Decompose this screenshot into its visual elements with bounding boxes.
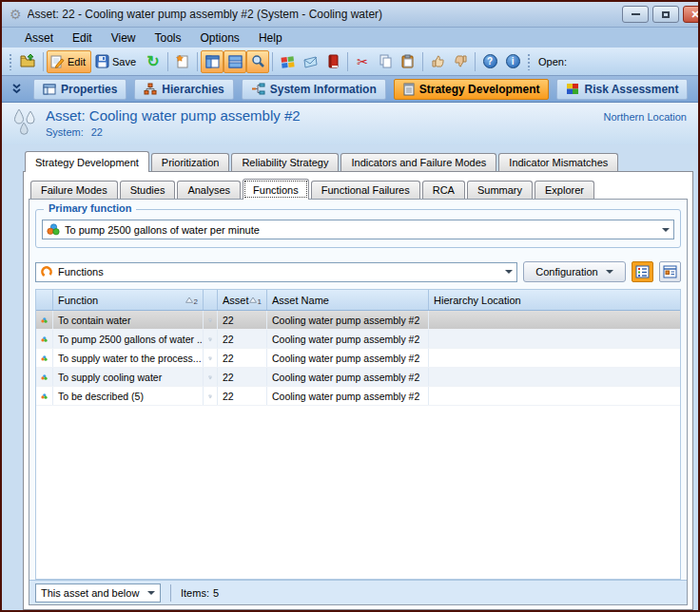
header-asset[interactable]: Asset 1 (218, 290, 267, 310)
asset-header: Asset: Cooling water pump assembly #2 Sy… (2, 103, 698, 144)
header-function[interactable]: Function 2 (53, 290, 204, 310)
new-item-button[interactable] (171, 50, 194, 73)
search-button[interactable] (246, 50, 269, 73)
card-view-button[interactable] (659, 261, 681, 282)
minimize-icon (632, 13, 640, 15)
table-row[interactable]: To supply cooling water 22 Cooling water… (36, 368, 680, 387)
tab-studies[interactable]: Studies (120, 181, 176, 199)
table-row[interactable]: To supply water to the process... 22 Coo… (36, 349, 680, 368)
nav-item-properties[interactable]: Properties (33, 79, 126, 100)
cell-asset-icon (204, 330, 218, 348)
view-selector-combo[interactable]: Functions (35, 262, 517, 282)
header-hierarchy-location-label: Hierarchy Location (434, 295, 521, 306)
bookmark-button[interactable] (321, 50, 344, 73)
toolbar-separator (167, 52, 168, 71)
layout-left-pane-button[interactable] (201, 50, 224, 73)
thumbs-down-button[interactable] (449, 50, 472, 73)
list-view-button[interactable] (632, 261, 653, 282)
tab-rca[interactable]: RCA (422, 181, 465, 199)
nav-item-hierarchies[interactable]: Hierarchies (134, 79, 233, 100)
edit-button[interactable]: Edit (47, 50, 91, 73)
paste-button[interactable] (397, 50, 419, 73)
asset-system-row: System:22 (46, 126, 604, 138)
configuration-button[interactable]: Configuration (523, 261, 626, 282)
properties-icon (43, 84, 56, 95)
table-row[interactable]: To pump 2500 gallons of water ... 22 Coo… (36, 330, 680, 349)
application-window: ⚙ Asset: 22 - Cooling water pump assembl… (0, 0, 700, 612)
nav-item-strategy-development[interactable]: Strategy Development (394, 79, 550, 100)
restore-button[interactable] (652, 6, 679, 23)
strategy-development-icon (403, 83, 415, 96)
function-balls-icon (41, 353, 48, 364)
tab-failure-modes[interactable]: Failure Modes (30, 181, 118, 199)
windows-button[interactable] (276, 50, 299, 73)
help-button[interactable]: ? (478, 50, 501, 73)
thumbs-up-button[interactable] (426, 50, 449, 73)
header-hierarchy-location[interactable]: Hierarchy Location (429, 290, 680, 310)
primary-function-combo[interactable]: To pump 2500 gallons of water per minute (42, 220, 674, 239)
table-row[interactable]: To be described (5) 22 Cooling water pum… (36, 387, 680, 406)
cell-asset-name: Cooling water pump assembly #2 (267, 387, 429, 405)
collapse-chevron-icon[interactable] (11, 83, 22, 95)
water-drops-icon (208, 372, 212, 383)
tab-summary[interactable]: Summary (467, 181, 533, 199)
refresh-button[interactable]: ↻ (142, 50, 165, 73)
open-folder-button[interactable] (16, 50, 40, 73)
minimize-button[interactable] (622, 6, 649, 23)
tab-indicators-and-failure-modes[interactable]: Indicators and Failure Modes (340, 153, 496, 171)
tab-functional-failures[interactable]: Functional Failures (311, 181, 420, 199)
table-row[interactable]: To contain water 22 Cooling water pump a… (36, 311, 680, 330)
header-asset-name-label: Asset Name (272, 295, 329, 306)
tab-strategy-development[interactable]: Strategy Development (25, 151, 149, 172)
thumbs-down-icon (454, 54, 468, 68)
header-icon-column (36, 290, 53, 310)
toolbar-grip[interactable] (527, 53, 532, 70)
sub-tab-strip: Failure Modes Studies Analyses Functions… (29, 178, 688, 199)
info-button[interactable]: i (501, 50, 524, 73)
nav-item-risk-assessment[interactable]: Risk Assessment (556, 79, 688, 100)
tab-prioritization[interactable]: Prioritization (151, 153, 230, 171)
search-icon (251, 54, 265, 68)
cell-function: To supply cooling water (53, 368, 204, 386)
tab-functions[interactable]: Functions (243, 179, 309, 200)
tab-explorer[interactable]: Explorer (535, 181, 594, 199)
help-icon: ? (483, 54, 497, 68)
nav-item-system-information[interactable]: System Information (242, 79, 386, 100)
cell-asset: 22 (218, 387, 267, 405)
open-label: Open: (538, 56, 567, 67)
copy-button[interactable] (374, 50, 397, 73)
header-asset-name[interactable]: Asset Name (267, 290, 429, 310)
footer-bar: This asset and below Items: 5 (29, 580, 687, 604)
close-button[interactable]: ✕ (683, 6, 698, 23)
scope-dropdown[interactable]: This asset and below (35, 583, 161, 602)
menu-edit[interactable]: Edit (63, 29, 102, 47)
function-balls-icon (41, 372, 48, 383)
cell-asset-icon (204, 311, 218, 329)
save-button[interactable]: Save (91, 50, 142, 73)
menu-options[interactable]: Options (191, 29, 249, 47)
menu-tools[interactable]: Tools (146, 29, 191, 47)
menu-view[interactable]: View (102, 29, 146, 47)
perspective-nav-strip: Properties Hierarchies System Informatio… (2, 76, 698, 103)
tab-indicator-mismatches[interactable]: Indicator Mismatches (498, 153, 618, 171)
items-label: Items: (181, 587, 209, 599)
menu-asset[interactable]: Asset (15, 29, 63, 47)
cut-button[interactable]: ✂ (351, 50, 374, 73)
tab-reliability-strategy[interactable]: Reliability Strategy (231, 153, 339, 171)
cell-hierarchy-location (429, 349, 680, 367)
cell-function: To supply water to the process... (53, 349, 204, 367)
menu-bar: Asset Edit View Tools Options Help (2, 28, 698, 48)
new-item-icon (176, 54, 190, 68)
red-book-icon (327, 54, 340, 68)
layout-rows-button[interactable] (224, 50, 246, 73)
water-drops-icon (11, 107, 38, 138)
note-button[interactable] (299, 50, 321, 73)
menu-help[interactable]: Help (249, 29, 292, 47)
footer-separator (170, 584, 171, 602)
cell-hierarchy-location (429, 368, 680, 386)
thumbs-up-icon (431, 54, 445, 68)
toolbar-grip[interactable] (9, 53, 13, 70)
system-label: System: (46, 126, 84, 138)
cell-asset-name: Cooling water pump assembly #2 (267, 368, 429, 386)
tab-analyses[interactable]: Analyses (177, 181, 241, 199)
